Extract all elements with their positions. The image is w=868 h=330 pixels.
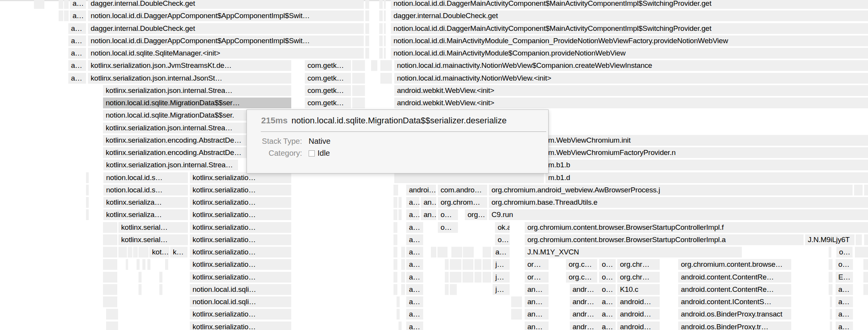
stack-frame[interactable]: notion.local.id.mainactivity.NotionWebVi… (394, 60, 868, 71)
stack-frame[interactable]: E… (836, 272, 853, 283)
stack-frame[interactable]: an… (421, 209, 436, 220)
stack-frame[interactable]: notion.local.id.sqli… (190, 284, 291, 295)
stack-frame[interactable] (393, 209, 397, 220)
stack-frame[interactable] (379, 10, 383, 21)
stack-frame[interactable]: kotlinx.serializatio… (190, 222, 291, 233)
stack-frame[interactable] (379, 48, 383, 59)
stack-frame[interactable] (165, 259, 168, 270)
stack-frame[interactable]: com.getk… (305, 60, 351, 71)
stack-frame[interactable]: dagger.internal.DoubleCheck.get (88, 0, 364, 9)
stack-frame[interactable]: j… (493, 259, 510, 270)
stack-frame[interactable] (475, 259, 481, 270)
stack-frame[interactable] (483, 259, 491, 270)
stack-frame[interactable] (445, 284, 449, 295)
stack-frame[interactable]: kotlinx.serialization.json.JvmStreamsKt.… (88, 60, 291, 71)
stack-frame[interactable] (59, 10, 63, 21)
stack-frame[interactable]: com.getk… (305, 85, 351, 96)
stack-frame[interactable] (401, 284, 405, 295)
stack-frame[interactable]: a… (406, 272, 423, 283)
stack-frame[interactable] (394, 172, 544, 183)
stack-frame[interactable]: kotlinx.serializatio… (190, 185, 291, 195)
stack-frame[interactable]: a… (68, 23, 86, 34)
stack-frame[interactable]: a… (70, 0, 86, 9)
stack-frame[interactable] (106, 309, 118, 320)
stack-frame[interactable] (384, 0, 386, 9)
stack-frame[interactable]: a… (406, 296, 423, 307)
stack-frame[interactable] (352, 73, 365, 84)
stack-frame[interactable] (829, 259, 833, 270)
stack-frame[interactable]: a… (70, 10, 86, 21)
stack-frame[interactable]: kotlinx.serialization.json.internal.Json… (88, 73, 291, 84)
stack-frame[interactable] (34, 0, 44, 9)
stack-frame[interactable]: a… (493, 247, 510, 258)
stack-frame[interactable]: notion.local.id.sqlite.SqliteManager.<in… (88, 48, 364, 59)
stack-frame[interactable]: o… (599, 284, 616, 295)
stack-frame[interactable]: J.N.M9iLjy6T (805, 234, 854, 245)
stack-frame[interactable]: notion.local.id.di.DaggerAppComponent$Ap… (88, 10, 364, 21)
stack-frame[interactable] (380, 60, 392, 71)
stack-frame[interactable]: notion.local.id.s… (103, 172, 188, 183)
stack-frame[interactable]: andr… (570, 296, 600, 307)
stack-frame[interactable]: or… (525, 272, 549, 283)
stack-frame[interactable]: notion.local.id.di.DaggerMainActivityCom… (391, 23, 868, 34)
stack-frame[interactable] (103, 247, 117, 258)
stack-frame[interactable] (379, 23, 383, 34)
stack-frame[interactable]: com.andro… (438, 185, 487, 195)
stack-frame[interactable] (401, 247, 405, 258)
stack-frame[interactable] (450, 259, 461, 270)
stack-frame[interactable] (511, 309, 522, 320)
stack-frame[interactable]: a… (836, 322, 853, 330)
stack-frame[interactable]: a… (836, 296, 853, 307)
stack-frame[interactable] (371, 60, 377, 71)
stack-frame[interactable] (86, 185, 89, 195)
stack-chart-canvas[interactable]: a…dagger.internal.DoubleCheck.getnotion.… (0, 0, 868, 330)
stack-frame[interactable] (138, 272, 142, 283)
stack-frame[interactable]: m.b1.d (545, 172, 868, 183)
stack-frame[interactable] (365, 48, 369, 59)
stack-frame[interactable] (142, 259, 145, 270)
stack-frame[interactable] (437, 247, 448, 258)
stack-frame[interactable]: org.c… (566, 272, 597, 283)
stack-frame[interactable]: a… (68, 48, 86, 59)
stack-frame[interactable]: notion.local.id.di.DaggerAppComponent$Ap… (88, 35, 364, 46)
stack-frame[interactable]: android.content.IContentS… (678, 296, 791, 307)
stack-frame[interactable] (855, 247, 868, 258)
stack-frame[interactable]: j… (493, 284, 510, 295)
stack-frame[interactable] (397, 309, 400, 320)
stack-frame[interactable] (64, 0, 69, 9)
stack-frame[interactable]: kotlinx.serial… (118, 234, 188, 245)
stack-frame[interactable]: a… (406, 259, 423, 270)
stack-frame[interactable]: android.content.ContentRe… (678, 284, 791, 295)
stack-frame[interactable]: or… (525, 259, 549, 270)
stack-frame[interactable] (483, 272, 491, 283)
stack-frame[interactable]: a… (406, 322, 423, 330)
stack-frame[interactable] (830, 322, 832, 330)
stack-frame[interactable]: com.getk… (305, 73, 351, 84)
stack-frame[interactable]: notion.local.id.mainactivity.NotionWebVi… (394, 73, 868, 84)
stack-frame[interactable] (393, 247, 397, 258)
stack-frame[interactable]: m.WebViewChromiumFactoryProvider.n (545, 147, 868, 158)
stack-frame[interactable]: k… (170, 247, 187, 258)
stack-frame[interactable] (863, 272, 868, 283)
stack-frame[interactable] (431, 247, 436, 258)
stack-frame[interactable]: kotlinx.serializa… (103, 209, 188, 220)
stack-frame[interactable]: a… (599, 309, 616, 320)
stack-frame[interactable] (106, 322, 118, 330)
stack-frame[interactable]: com.getk… (305, 98, 351, 108)
stack-frame[interactable]: a… (406, 234, 423, 245)
stack-frame[interactable]: kotlinx.serializatio… (190, 259, 291, 270)
stack-frame[interactable] (463, 247, 474, 258)
stack-frame[interactable] (138, 247, 149, 258)
stack-frame[interactable]: android.webkit.WebView.<init> (394, 98, 868, 108)
stack-frame[interactable] (393, 185, 398, 195)
stack-frame[interactable]: a… (836, 284, 853, 295)
stack-frame[interactable]: kotlinx.serializatio… (190, 234, 291, 245)
stack-frame[interactable]: org.c… (566, 259, 597, 270)
stack-frame[interactable]: androi… (406, 185, 436, 195)
stack-frame[interactable]: a… (406, 209, 419, 220)
stack-frame[interactable]: kotlinx.serializatio… (190, 272, 291, 283)
stack-frame[interactable]: android.content.ContentRe… (678, 272, 791, 283)
stack-frame[interactable] (399, 209, 402, 220)
stack-frame[interactable] (830, 296, 832, 307)
stack-frame[interactable] (511, 296, 522, 307)
